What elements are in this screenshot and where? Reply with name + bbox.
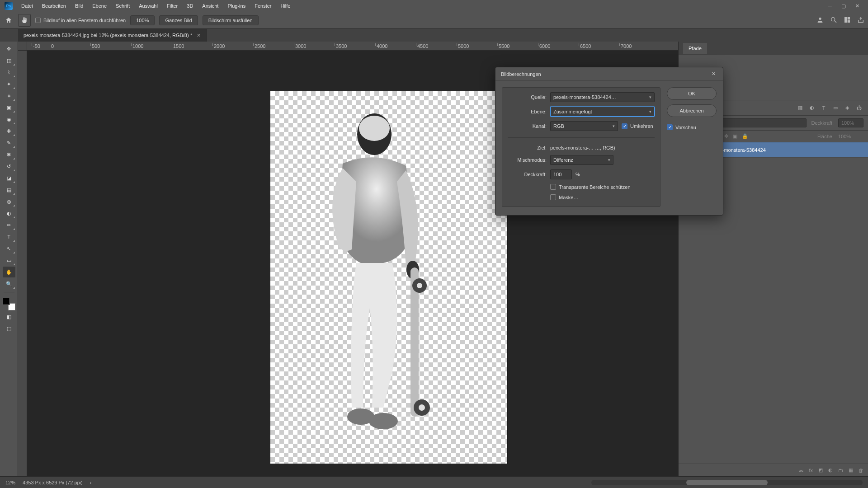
tool-lasso-icon[interactable]: ⌇ [3, 67, 15, 78]
filter-toggle-icon[interactable]: ⏻ [855, 104, 863, 112]
tool-move-icon[interactable]: ✥ [3, 43, 15, 54]
delete-layer-icon[interactable]: 🗑 [859, 468, 863, 473]
lock-artboard-icon[interactable]: ▣ [733, 133, 737, 139]
menu-image[interactable]: Bild [71, 1, 87, 10]
tool-zoom-icon[interactable]: 🔍 [3, 278, 15, 289]
tool-blur-icon[interactable]: ◍ [3, 196, 15, 207]
tool-stamp-icon[interactable]: ❃ [3, 149, 15, 160]
filter-adjust-icon[interactable]: ◐ [808, 104, 816, 112]
menu-window[interactable]: Fenster [250, 1, 275, 10]
home-icon[interactable] [4, 15, 14, 25]
adjustment-layer-icon[interactable]: ◐ [828, 467, 833, 473]
workspace-icon[interactable] [844, 16, 851, 24]
opacity-label: Deckkraft: [508, 172, 547, 177]
share-icon[interactable] [857, 16, 864, 24]
menu-plugins[interactable]: Plug-ins [223, 1, 250, 10]
tool-path-select-icon[interactable]: ↖ [3, 243, 15, 254]
menu-select[interactable]: Auswahl [135, 1, 162, 10]
fill-label: Fläche: [817, 134, 834, 139]
paths-panel-tab[interactable]: Pfade [683, 43, 707, 54]
tool-shape-icon[interactable]: ▭ [3, 255, 15, 266]
fit-screen-button[interactable]: Ganzes Bild [159, 15, 198, 25]
tool-healing-icon[interactable]: ✚ [3, 126, 15, 136]
horizontal-scrollbar[interactable] [591, 480, 863, 485]
search-icon[interactable] [830, 16, 837, 24]
invert-checkbox[interactable]: ✓ Umkehren [622, 123, 653, 129]
menu-file[interactable]: Datei [17, 1, 37, 10]
filter-shape-icon[interactable]: ▭ [832, 104, 839, 112]
tool-crop-icon[interactable]: ⌗ [3, 90, 15, 101]
layer-style-icon[interactable]: fx [809, 468, 813, 473]
menu-layer[interactable]: Ebene [88, 1, 111, 10]
blend-select[interactable]: Differenz [550, 155, 613, 165]
menu-type[interactable]: Schrift [112, 1, 134, 10]
tool-quick-select-icon[interactable]: ✦ [3, 79, 15, 89]
layer-select[interactable]: Zusammengefügt [550, 107, 655, 117]
tool-gradient-icon[interactable]: ▤ [3, 184, 15, 195]
window-minimize-icon[interactable]: ─ [824, 1, 836, 10]
zoom-100-button[interactable]: 100% [130, 15, 155, 25]
menu-filter[interactable]: Filter [163, 1, 182, 10]
filter-type-icon[interactable]: T [820, 104, 827, 112]
window-close-icon[interactable]: ✕ [851, 1, 863, 10]
filter-smart-icon[interactable]: ◈ [844, 104, 851, 112]
preview-checkbox[interactable]: ✓ Vorschau [667, 124, 717, 130]
ruler-origin[interactable] [18, 42, 27, 51]
channel-select[interactable]: RGB [550, 121, 618, 131]
preserve-transparency-checkbox[interactable]: Transparente Bereiche schützen [550, 184, 631, 190]
document-tab[interactable]: pexels-monstera-5384424.jpg bei 12% (pex… [18, 29, 207, 42]
fill-screen-button[interactable]: Bildschirm ausfüllen [203, 15, 259, 25]
opacity-input[interactable]: 100 [550, 169, 572, 179]
menu-help[interactable]: Hilfe [276, 1, 294, 10]
dialog-titlebar[interactable]: Bildberechnungen ✕ [495, 67, 723, 81]
menu-edit[interactable]: Bearbeiten [38, 1, 70, 10]
cloud-docs-icon[interactable] [816, 16, 824, 24]
tool-pen-icon[interactable]: ✑ [3, 220, 15, 230]
source-select[interactable]: pexels-monstera-5384424… [550, 92, 655, 102]
new-layer-icon[interactable]: ▦ [849, 467, 853, 473]
foreground-background-colors[interactable] [3, 298, 15, 310]
tool-hand-icon[interactable]: ✋ [3, 267, 15, 277]
document-canvas[interactable] [270, 91, 507, 464]
scrollbar-thumb[interactable] [686, 480, 768, 485]
filter-pixel-icon[interactable]: ▦ [797, 104, 804, 112]
close-tab-icon[interactable]: ✕ [197, 33, 201, 38]
target-value: pexels-monstera-… …, RGB) [550, 145, 615, 150]
fill-field[interactable]: 100% [838, 134, 863, 139]
dialog-close-icon[interactable]: ✕ [709, 70, 717, 78]
tool-eraser-icon[interactable]: ◪ [3, 173, 15, 183]
group-icon[interactable]: 🗀 [838, 468, 843, 473]
menu-view[interactable]: Ansicht [198, 1, 222, 10]
window-maximize-icon[interactable]: ▢ [837, 1, 850, 10]
horizontal-ruler[interactable]: -50 0 500 1000 1500 2000 2500 3000 3500 … [27, 42, 678, 51]
document-info[interactable]: 4353 Px x 6529 Px (72 ppi) [23, 480, 83, 485]
ruler-tick: 1000 [131, 43, 143, 46]
screen-mode-icon[interactable]: ⬚ [3, 323, 15, 334]
layer-mask-icon[interactable]: ◩ [818, 467, 823, 473]
ok-button[interactable]: OK [667, 87, 717, 100]
tool-dodge-icon[interactable]: ◐ [3, 208, 15, 219]
current-tool-hand-icon[interactable] [18, 14, 31, 27]
svg-point-1 [831, 18, 835, 21]
quick-mask-icon[interactable]: ◧ [3, 311, 15, 322]
apply-image-dialog: Bildberechnungen ✕ Quelle: pexels-monste… [495, 67, 723, 216]
opacity-label: Deckkraft: [811, 120, 834, 126]
link-layers-icon[interactable]: ⫘ [798, 468, 803, 473]
cancel-button[interactable]: Abbrechen [667, 104, 717, 117]
tool-marquee-icon[interactable]: ◫ [3, 55, 15, 66]
tool-brush-icon[interactable]: ✎ [3, 137, 15, 148]
tool-eyedropper-icon[interactable]: ◉ [3, 114, 15, 125]
mask-checkbox[interactable]: Maske… [550, 194, 578, 200]
info-chevron-icon[interactable]: › [90, 480, 92, 485]
vertical-ruler[interactable] [18, 51, 27, 476]
ruler-tick: 2500 [253, 43, 265, 46]
lock-all-icon[interactable]: 🔒 [742, 133, 748, 139]
tool-history-brush-icon[interactable]: ↺ [3, 161, 15, 172]
scroll-all-windows-checkbox[interactable]: Bildlauf in allen Fenstern durchführen [35, 18, 126, 23]
opacity-field[interactable]: 100% [838, 118, 863, 127]
tool-type-icon[interactable]: T [3, 231, 15, 242]
zoom-level[interactable]: 12% [5, 480, 15, 485]
lock-position-icon[interactable]: ✥ [724, 133, 728, 139]
menu-3d[interactable]: 3D [183, 1, 197, 10]
tool-frame-icon[interactable]: ▣ [3, 102, 15, 113]
